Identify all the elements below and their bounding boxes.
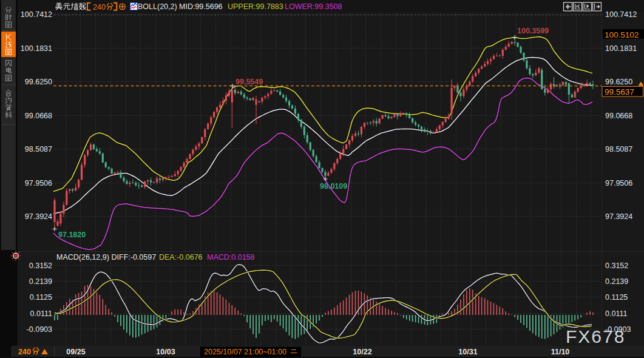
svg-text:0.0111: 0.0111	[605, 309, 627, 318]
svg-text:99.0668: 99.0668	[605, 112, 632, 120]
svg-text:97.9506: 97.9506	[605, 179, 632, 187]
svg-text:97.3924: 97.3924	[605, 212, 632, 221]
svg-text:DEA:-0.0676: DEA:-0.0676	[159, 253, 203, 262]
svg-text:98.5087: 98.5087	[605, 145, 632, 154]
svg-text:99.5549: 99.5549	[236, 78, 263, 86]
svg-text:100.7412: 100.7412	[605, 10, 637, 19]
svg-text:0.1125: 0.1125	[605, 293, 628, 302]
svg-text:240: 240	[93, 3, 106, 12]
svg-text:100.1831: 100.1831	[605, 44, 637, 53]
svg-text:100.3599: 100.3599	[517, 27, 549, 35]
svg-text:MACD:0.0158: MACD:0.0158	[207, 253, 255, 262]
svg-text:10/22: 10/22	[353, 348, 371, 356]
svg-text:99.6250: 99.6250	[605, 78, 632, 86]
svg-text:MACD(26,12,9): MACD(26,12,9)	[56, 253, 109, 262]
svg-text:100.7412: 100.7412	[21, 10, 52, 19]
svg-text:99.6250: 99.6250	[25, 78, 52, 86]
svg-text:100.1831: 100.1831	[21, 44, 52, 53]
svg-text:99.0668: 99.0668	[25, 112, 52, 120]
svg-text:DIFF:-0.0597: DIFF:-0.0597	[112, 253, 157, 262]
svg-text:97.1820: 97.1820	[58, 231, 86, 239]
svg-text:97.3924: 97.3924	[25, 212, 52, 221]
svg-text:99.5637: 99.5637	[605, 87, 634, 96]
svg-text:09/25: 09/25	[66, 348, 85, 356]
svg-text:-0.0903: -0.0903	[27, 325, 52, 334]
svg-text:BOLL(20,2): BOLL(20,2)	[138, 2, 177, 11]
svg-text:10/31: 10/31	[458, 348, 477, 356]
svg-text:100.5102: 100.5102	[605, 30, 639, 39]
svg-text:LOWER:99.3508: LOWER:99.3508	[285, 2, 342, 11]
svg-text:98.0109: 98.0109	[320, 182, 347, 191]
svg-text:0.1125: 0.1125	[30, 293, 52, 302]
svg-text:0.2139: 0.2139	[29, 277, 52, 286]
svg-text:0.3152: 0.3152	[29, 262, 52, 270]
svg-text:10/03: 10/03	[156, 348, 175, 356]
svg-text:98.5087: 98.5087	[25, 145, 52, 154]
svg-text:0.2139: 0.2139	[605, 277, 628, 286]
svg-text:2025/10/07 21:00~01:00: 2025/10/07 21:00~01:00	[204, 348, 286, 356]
svg-text:UPPER:99.7883: UPPER:99.7883	[228, 2, 283, 11]
svg-text:FX678: FX678	[566, 326, 625, 346]
svg-text:11/10: 11/10	[551, 348, 570, 356]
svg-text:0.3152: 0.3152	[605, 262, 628, 270]
svg-text:0.0111: 0.0111	[30, 309, 52, 318]
svg-text:MID:99.5696: MID:99.5696	[179, 2, 223, 11]
svg-text:240: 240	[18, 348, 31, 356]
svg-text:97.9506: 97.9506	[25, 179, 52, 187]
